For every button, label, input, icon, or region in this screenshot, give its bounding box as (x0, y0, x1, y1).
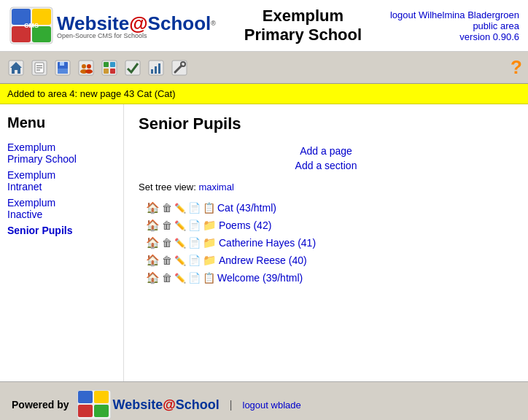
edit-icon-cat[interactable]: ✏️ (174, 203, 186, 214)
edit-icon-poems[interactable]: ✏️ (174, 220, 186, 231)
modules-toolbar-icon[interactable] (99, 58, 120, 78)
logo-text-group: Website@School® Open-Source CMS for Scho… (57, 12, 216, 39)
sidebar-item-senior-pupils[interactable]: Senior Pupils (7, 225, 116, 236)
svg-rect-31 (158, 63, 160, 74)
header-center: Exemplum Primary School (216, 7, 390, 44)
edit-icon-catherine[interactable]: ✏️ (174, 238, 186, 249)
delete-icon-cat[interactable]: 🗑 (162, 202, 172, 214)
logo-area: CMS Website@School® Open-Source CMS for … (9, 6, 216, 45)
svg-rect-26 (110, 69, 115, 74)
sidebar-link-inactive[interactable]: ExemplumInactive (7, 197, 55, 220)
add-section-link[interactable]: Add a section (139, 160, 513, 171)
doc-icon-catherine: 📄 (188, 237, 201, 249)
pages-toolbar-icon[interactable] (29, 58, 50, 78)
svg-rect-36 (78, 391, 93, 403)
tree-item-catherine: 🏠 🗑 ✏️ 📄 📁 Catherine Hayes (41) (146, 236, 513, 249)
svg-rect-15 (60, 62, 64, 66)
svg-text:CMS: CMS (24, 22, 39, 29)
svg-rect-38 (94, 391, 109, 403)
tree-link-andrew[interactable]: Andrew Reese (40) (219, 254, 307, 266)
stats-toolbar-icon[interactable] (146, 58, 166, 78)
tree-item-andrew: 🏠 🗑 ✏️ 📄 📁 Andrew Reese (40) (146, 254, 513, 267)
header-site-subtitle: Primary School (216, 26, 390, 44)
logo-website-text: Website (57, 12, 129, 34)
save-toolbar-icon[interactable] (53, 58, 73, 78)
edit-icon-welcome[interactable]: ✏️ (174, 273, 186, 284)
tree-link-poems[interactable]: Poems (42) (219, 219, 271, 231)
logo-school-text: School (148, 12, 211, 34)
home-icon-catherine: 🏠 (146, 236, 160, 249)
doc-icon-andrew: 📄 (188, 254, 201, 266)
tree-link-catherine[interactable]: Catherine Hayes (41) (219, 237, 316, 249)
svg-rect-39 (94, 405, 109, 417)
tree-item-welcome: 🏠 🗑 ✏️ 📄 📋 Welcome (39/html) (146, 271, 513, 284)
svg-rect-27 (125, 61, 140, 75)
logout-link-footer[interactable]: logout wblade (243, 400, 301, 411)
folder-icon-catherine: 📁 (203, 236, 217, 249)
logo-registered: ® (211, 20, 216, 27)
doc-icon-welcome: 📄 (188, 272, 201, 284)
home-icon-andrew: 🏠 (146, 254, 160, 267)
page-icon-welcome: 📋 (203, 272, 215, 284)
footer-logo: Website@School (77, 389, 220, 420)
svg-rect-30 (155, 66, 157, 74)
sidebar-item-inactive[interactable]: ExemplumInactive (7, 197, 116, 220)
content-area: Senior Pupils Add a page Add a section S… (124, 104, 528, 381)
home-icon-poems: 🏠 (146, 219, 160, 232)
delete-icon-andrew[interactable]: 🗑 (162, 254, 172, 266)
doc-icon-cat: 📄 (188, 202, 201, 214)
footer-at: @ (163, 397, 176, 413)
svg-rect-16 (58, 69, 68, 74)
add-page-link[interactable]: Add a page (139, 145, 513, 157)
svg-point-20 (87, 64, 91, 69)
footer-school-text: School (176, 397, 220, 413)
svg-rect-29 (151, 69, 153, 74)
home-toolbar-icon[interactable] (6, 58, 26, 78)
header: CMS Website@School® Open-Source CMS for … (0, 0, 528, 52)
site-logo-icon: CMS (9, 6, 54, 45)
logo-at: @ (129, 12, 147, 34)
toolbar: ? (0, 52, 528, 84)
header-right: logout Wilhelmina Bladergroen public are… (390, 9, 519, 42)
delete-icon-welcome[interactable]: 🗑 (162, 272, 172, 284)
help-icon[interactable]: ? (510, 56, 522, 79)
settings-toolbar-icon[interactable] (169, 58, 190, 78)
svg-point-18 (82, 64, 86, 69)
sidebar-link-senior-pupils[interactable]: Senior Pupils (7, 225, 72, 236)
header-site-name: Exemplum (216, 7, 390, 26)
area-text: public area (473, 20, 519, 31)
version-text: version 0.90.6 (459, 31, 519, 42)
tree-link-cat[interactable]: Cat (43/html) (217, 202, 276, 214)
home-icon-welcome: 🏠 (146, 271, 160, 284)
svg-rect-24 (110, 62, 115, 67)
tree-view-mode[interactable]: maximal (198, 182, 233, 192)
page-icon-cat: 📋 (203, 202, 215, 214)
sidebar-item-exemplum-primary[interactable]: ExemplumPrimary School (7, 141, 116, 165)
footer-separator: | (230, 399, 233, 411)
delete-icon-poems[interactable]: 🗑 (162, 219, 172, 231)
footer-logo-icon (77, 389, 112, 420)
svg-rect-37 (78, 405, 93, 417)
users-toolbar-icon[interactable] (76, 58, 96, 78)
delete-icon-catherine[interactable]: 🗑 (162, 237, 172, 249)
doc-icon-poems: 📄 (188, 219, 201, 231)
content-title: Senior Pupils (139, 114, 513, 133)
sidebar-link-intranet[interactable]: ExemplumIntranet (7, 169, 55, 192)
tree-item-cat: 🏠 🗑 ✏️ 📄 📋 Cat (43/html) (146, 201, 513, 214)
tree-list: 🏠 🗑 ✏️ 📄 📋 Cat (43/html) 🏠 🗑 ✏️ 📄 📁 Poem… (146, 201, 513, 284)
home-icon-cat: 🏠 (146, 201, 160, 214)
footer-website-text: Website (113, 397, 163, 413)
check-toolbar-icon[interactable] (123, 58, 143, 78)
logout-link-header[interactable]: logout Wilhelmina Bladergroen (390, 9, 519, 20)
sidebar-title: Menu (7, 114, 116, 131)
notice-bar: Added to area 4: new page 43 Cat (Cat) (0, 84, 528, 104)
sidebar-item-intranet[interactable]: ExemplumIntranet (7, 169, 116, 192)
folder-icon-poems: 📁 (203, 219, 217, 232)
edit-icon-andrew[interactable]: ✏️ (174, 255, 186, 266)
sidebar-link-exemplum-primary[interactable]: ExemplumPrimary School (7, 141, 77, 165)
svg-rect-23 (104, 62, 109, 67)
svg-point-21 (85, 69, 93, 74)
footer: Powered by Website@School | logout wblad… (0, 381, 528, 420)
tree-link-welcome[interactable]: Welcome (39/html) (217, 272, 303, 284)
svg-rect-25 (104, 69, 109, 74)
